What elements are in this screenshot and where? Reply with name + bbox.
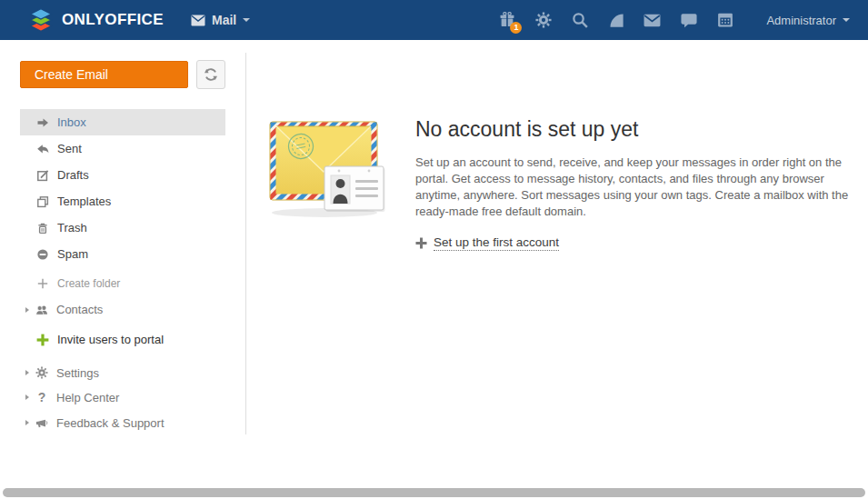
plus-green-icon	[36, 333, 49, 346]
sidebar-item-feedback[interactable]: Feedback & Support	[20, 410, 225, 435]
module-label: Mail	[212, 13, 236, 27]
top-header: ONLYOFFICE Mail 1	[0, 0, 868, 40]
search-icon[interactable]	[571, 12, 588, 29]
onlyoffice-logo-icon	[27, 6, 55, 34]
chevron-right-icon	[25, 420, 29, 425]
contacts-icon	[35, 303, 48, 316]
create-email-button[interactable]: Create Email	[20, 61, 188, 88]
chevron-down-icon	[843, 18, 850, 22]
talk-icon[interactable]	[680, 12, 697, 29]
module-switcher[interactable]: Mail	[191, 13, 250, 27]
gift-badge: 1	[510, 22, 522, 34]
empty-state-description: Set up an account to send, receive, and …	[415, 155, 850, 220]
plus-icon	[36, 277, 49, 291]
chevron-right-icon	[25, 394, 29, 400]
settings-icon[interactable]	[534, 12, 552, 29]
sidebar-item-inbox[interactable]: Inbox	[20, 109, 225, 135]
brand-title: ONLYOFFICE	[62, 11, 164, 29]
sidebar-item-help-center[interactable]: ? Help Center	[20, 384, 225, 410]
chevron-right-icon	[25, 370, 29, 375]
templates-icon	[36, 195, 49, 208]
account-name: Administrator	[766, 14, 836, 27]
sidebar-item-templates[interactable]: Templates	[20, 188, 225, 215]
arrow-right-icon	[36, 115, 49, 129]
sidebar-item-spam[interactable]: Spam	[20, 241, 225, 267]
feed-icon[interactable]	[607, 12, 624, 29]
main-content: No account is set up yet Set up an accou…	[246, 40, 868, 486]
gear-icon	[35, 366, 48, 380]
trash-icon	[36, 221, 49, 235]
megaphone-icon	[35, 416, 48, 430]
calendar-icon[interactable]	[716, 12, 733, 29]
compose-icon	[36, 168, 49, 182]
page-title: No account is set up yet	[415, 115, 853, 143]
onlyoffice-logo[interactable]: ONLYOFFICE	[27, 6, 164, 34]
horizontal-scrollbar-thumb[interactable]	[3, 488, 865, 497]
refresh-button[interactable]	[196, 60, 225, 89]
plus-icon	[415, 237, 427, 249]
sidebar-item-contacts[interactable]: Contacts	[20, 296, 225, 323]
refresh-icon	[204, 67, 218, 82]
sidebar: Create Email Inbox Sent	[0, 40, 245, 486]
sidebar-item-drafts[interactable]: Drafts	[20, 162, 225, 188]
create-folder-button[interactable]: Create folder	[20, 271, 225, 296]
invite-users-button[interactable]: Invite users to portal	[20, 326, 225, 353]
chevron-right-icon	[25, 307, 29, 313]
reply-arrow-icon	[36, 142, 49, 155]
gift-icon[interactable]: 1	[498, 12, 515, 29]
sidebar-item-trash[interactable]: Trash	[20, 215, 225, 241]
sidebar-item-settings[interactable]: Settings	[20, 360, 225, 385]
setup-first-account-link[interactable]: Set up the first account	[415, 235, 559, 251]
horizontal-scrollbar	[0, 486, 868, 499]
sidebar-item-sent[interactable]: Sent	[20, 135, 225, 162]
account-menu[interactable]: Administrator	[766, 14, 850, 27]
mail-icon[interactable]	[644, 12, 661, 29]
chevron-down-icon	[243, 18, 250, 22]
block-icon	[36, 247, 49, 261]
question-icon: ?	[35, 391, 48, 404]
envelope-illustration	[266, 116, 389, 218]
mail-module-icon	[191, 15, 205, 26]
